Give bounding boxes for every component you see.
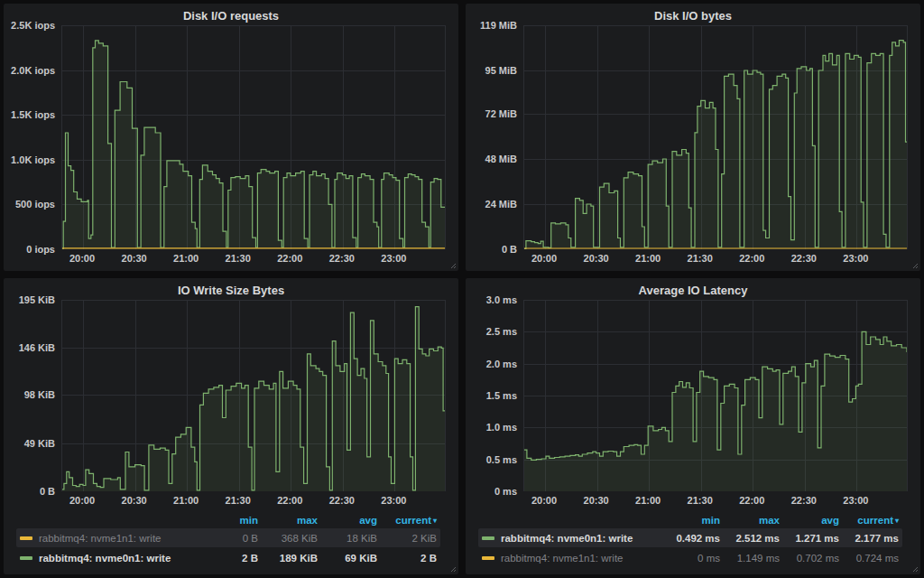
y-axis-label: 48 MiB	[485, 154, 517, 164]
plot-area[interactable]	[61, 300, 446, 491]
y-axis-label: 0 B	[40, 486, 55, 497]
x-axis: 20:0020:3021:0021:3022:0022:3023:00	[61, 491, 446, 509]
series-name[interactable]: rabbitmq4: nvme0n1: write	[32, 553, 199, 564]
y-axis-label: 1.0K iops	[11, 154, 55, 165]
x-axis-label: 20:30	[122, 495, 147, 506]
series-color-swatch[interactable]	[20, 556, 32, 560]
panel-resize-handle[interactable]	[910, 564, 919, 573]
y-axis-label: 0 iops	[26, 244, 55, 255]
plot-area[interactable]	[523, 25, 908, 249]
legend-current-value: 2 B	[377, 553, 437, 564]
plot-canvas[interactable]	[62, 300, 445, 491]
x-axis-label: 21:00	[635, 253, 661, 264]
x-axis-label: 22:30	[329, 253, 355, 264]
x-axis-label: 21:30	[688, 495, 713, 506]
y-axis-label: 49 KiB	[24, 438, 55, 449]
chart-disk-io-bytes: 0 B24 MiB48 MiB72 MiB95 MiB119 MiB 20:00…	[471, 25, 908, 267]
y-axis-label: 119 MiB	[480, 20, 517, 31]
legend-col-current[interactable]: current▾	[839, 515, 899, 526]
y-axis-label: 0 B	[502, 244, 517, 255]
sort-caret-icon: ▾	[895, 517, 899, 525]
y-axis: 0 iops500 iops1.0K iops1.5K iops2.0K iop…	[9, 25, 61, 249]
legend-row[interactable]: rabbitmq4: nvme1n1: write 0 B 368 KiB 18…	[16, 528, 440, 547]
y-axis-label: 2.5 ms	[486, 326, 517, 337]
series-color-swatch[interactable]	[20, 536, 32, 540]
legend-avg-value: 1.271 ms	[780, 533, 839, 544]
legend-avg-value: 0.702 ms	[780, 553, 839, 564]
legend-col-avg[interactable]: avg	[780, 515, 839, 526]
y-axis-label: 3.0 ms	[486, 294, 517, 305]
plot-area[interactable]	[61, 25, 446, 249]
y-axis-label: 72 MiB	[485, 108, 517, 119]
y-axis-label: 0.5 ms	[486, 454, 517, 465]
legend-col-current-label: current	[395, 515, 431, 526]
legend-row[interactable]: rabbitmq4: nvme0n1: write 0.492 ms 2.512…	[478, 528, 902, 547]
x-axis-label: 20:30	[122, 253, 147, 264]
series-name[interactable]: rabbitmq4: nvme0n1: write	[494, 533, 661, 544]
x-axis-label: 23:00	[381, 253, 406, 264]
legend-row[interactable]: rabbitmq4: nvme0n1: write 2 B 189 KiB 69…	[16, 548, 440, 567]
x-axis-label: 22:30	[791, 495, 817, 506]
legend-col-current-label: current	[857, 515, 893, 526]
legend-avg-value: 18 KiB	[318, 533, 377, 544]
x-axis-label: 21:00	[173, 495, 199, 506]
x-axis-label: 21:30	[226, 495, 251, 506]
panel-title[interactable]: IO Write Size Bytes	[9, 280, 453, 300]
series-name[interactable]: rabbitmq4: nvme1n1: write	[32, 533, 199, 544]
panel-average-io-latency: Average IO Latency 0 ms0.5 ms1.0 ms1.5 m…	[466, 278, 920, 574]
series-color-swatch[interactable]	[482, 536, 494, 540]
legend-col-max[interactable]: max	[258, 515, 318, 526]
legend-current-value: 2.177 ms	[839, 533, 899, 544]
y-axis-label: 1.0 ms	[486, 422, 517, 433]
panel-title[interactable]: Disk I/O bytes	[471, 5, 915, 25]
legend-col-min[interactable]: min	[661, 515, 720, 526]
y-axis-label: 2.0 ms	[486, 359, 517, 369]
legend-row[interactable]: rabbitmq4: nvme1n1: write 0 ms 1.149 ms …	[478, 548, 902, 567]
series-color-swatch[interactable]	[482, 556, 494, 560]
x-axis-label: 22:00	[277, 253, 302, 264]
series-name[interactable]: rabbitmq4: nvme1n1: write	[494, 553, 661, 564]
x-axis-label: 22:30	[329, 495, 355, 506]
legend-col-avg[interactable]: avg	[318, 515, 377, 526]
panel-resize-handle[interactable]	[448, 261, 457, 269]
plot-canvas[interactable]	[62, 25, 445, 249]
panel-disk-io-requests: Disk I/O requests 0 iops500 iops1.0K iop…	[4, 4, 458, 271]
y-axis-label: 24 MiB	[485, 199, 517, 210]
panel-title[interactable]: Average IO Latency	[471, 280, 915, 300]
x-axis-label: 22:00	[739, 495, 764, 506]
panel-title[interactable]: Disk I/O requests	[9, 5, 453, 25]
x-axis: 20:0020:3021:0021:3022:0022:3023:00	[523, 249, 908, 267]
legend-col-max[interactable]: max	[720, 515, 780, 526]
legend-max-value: 189 KiB	[258, 553, 318, 564]
legend-min-value: 2 B	[199, 553, 258, 564]
plot-area[interactable]	[523, 300, 908, 491]
plot-canvas[interactable]	[524, 300, 907, 491]
legend-current-value: 2 KiB	[377, 533, 437, 544]
y-axis-label: 0 ms	[494, 486, 517, 497]
y-axis-label: 2.5K iops	[11, 20, 55, 31]
x-axis-label: 23:00	[843, 253, 868, 264]
plot-canvas[interactable]	[524, 25, 907, 249]
x-axis-label: 23:00	[843, 495, 868, 506]
y-axis: 0 B49 KiB98 KiB146 KiB195 KiB	[9, 300, 61, 491]
panel-resize-handle[interactable]	[448, 564, 457, 573]
legend-col-min[interactable]: min	[199, 515, 258, 526]
legend-col-current[interactable]: current▾	[377, 515, 437, 526]
y-axis-label: 95 MiB	[485, 65, 517, 76]
y-axis: 0 B24 MiB48 MiB72 MiB95 MiB119 MiB	[471, 25, 523, 249]
x-axis-label: 21:00	[173, 253, 199, 264]
chart-disk-io-requests: 0 iops500 iops1.0K iops1.5K iops2.0K iop…	[9, 25, 446, 267]
x-axis-label: 20:00	[531, 253, 557, 264]
panel-resize-handle[interactable]	[910, 261, 919, 269]
legend-avg-value: 69 KiB	[318, 553, 377, 564]
y-axis-label: 146 KiB	[19, 342, 55, 353]
legend-max-value: 368 KiB	[258, 533, 318, 544]
sort-caret-icon: ▾	[433, 517, 437, 525]
dashboard: Disk I/O requests 0 iops500 iops1.0K iop…	[0, 0, 924, 578]
x-axis-label: 22:30	[791, 253, 817, 264]
y-axis-label: 1.5 ms	[486, 390, 517, 401]
x-axis-label: 20:00	[69, 253, 95, 264]
y-axis-label: 195 KiB	[19, 294, 55, 305]
x-axis: 20:0020:3021:0021:3022:0022:3023:00	[523, 491, 908, 509]
y-axis-label: 1.5K iops	[11, 109, 55, 120]
